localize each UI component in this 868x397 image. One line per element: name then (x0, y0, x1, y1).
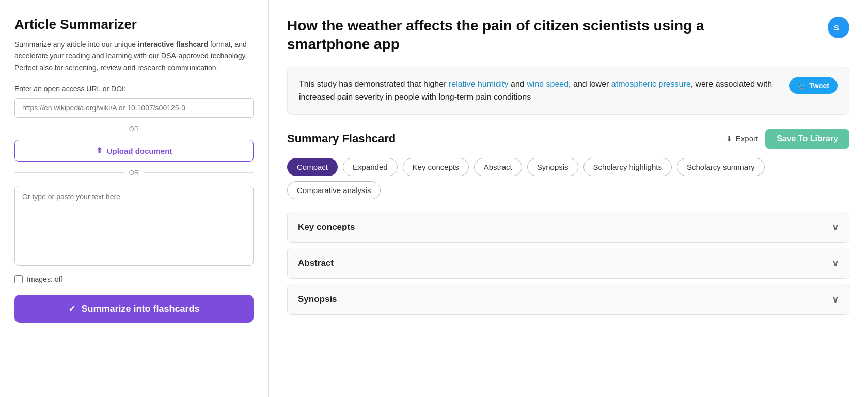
checkmark-icon: ✓ (68, 303, 76, 314)
app-description: Summarize any article into our unique in… (14, 39, 254, 73)
save-library-button[interactable]: Save To Library (765, 129, 849, 149)
accordion-header-key-concepts[interactable]: Key concepts∨ (288, 212, 849, 242)
images-checkbox-row: Images: off (14, 275, 254, 283)
flashcard-title: Summary Flashcard (287, 132, 396, 146)
article-header: How the weather affects the pain of citi… (287, 17, 849, 54)
flashcard-actions: ⬇ Export Save To Library (726, 129, 849, 149)
article-title: How the weather affects the pain of citi… (287, 17, 726, 54)
accordion-header-abstract[interactable]: Abstract∨ (288, 248, 849, 278)
images-checkbox[interactable] (14, 275, 23, 283)
summary-link-humidity[interactable]: relative humidity (449, 80, 509, 88)
app-title: Article Summarizer (14, 17, 254, 33)
tab-compact[interactable]: Compact (287, 158, 338, 176)
export-button[interactable]: ⬇ Export (726, 134, 758, 144)
tab-expanded[interactable]: Expanded (343, 158, 398, 176)
summary-box: This study has demonstrated that higher … (287, 67, 849, 115)
summary-text-between2: , and lower (569, 80, 611, 88)
chevron-down-icon: ∨ (832, 221, 839, 233)
accordion-synopsis: Synopsis∨ (287, 284, 849, 315)
tab-scholarcy-highlights[interactable]: Scholarcy highlights (583, 158, 672, 176)
accordion-label: Abstract (298, 258, 334, 268)
images-label: Images: off (27, 275, 62, 283)
twitter-icon: 🐦 (797, 82, 806, 90)
avatar[interactable]: S_ (828, 17, 849, 38)
tab-scholarcy-summary[interactable]: Scholarcy summary (677, 158, 765, 176)
right-panel: How the weather affects the pain of citi… (269, 0, 868, 397)
tabs-row: CompactExpandedKey conceptsAbstractSynop… (287, 158, 849, 199)
accordion-key-concepts: Key concepts∨ (287, 212, 849, 243)
upload-document-button[interactable]: ⬆ Upload document (14, 140, 254, 162)
tweet-button[interactable]: 🐦 Tweet (789, 77, 838, 94)
summary-text: This study has demonstrated that higher … (299, 77, 781, 104)
accordion-header-synopsis[interactable]: Synopsis∨ (288, 284, 849, 314)
summary-link-wind[interactable]: wind speed (527, 80, 569, 88)
upload-icon: ⬆ (96, 146, 103, 155)
accordion-label: Synopsis (298, 294, 337, 305)
tab-comparative-analysis[interactable]: Comparative analysis (287, 181, 381, 199)
tab-abstract[interactable]: Abstract (474, 158, 522, 176)
accordion-label: Key concepts (298, 222, 355, 232)
summary-text-between1: and (509, 80, 527, 88)
summary-link-pressure[interactable]: atmospheric pressure (611, 80, 691, 88)
url-input[interactable] (14, 98, 254, 118)
description-bold: interactive flashcard (138, 40, 208, 49)
url-label: Enter an open access URL or DOI: (14, 85, 254, 93)
summary-text-before: This study has demonstrated that higher (299, 80, 449, 88)
export-icon: ⬇ (726, 134, 733, 144)
summarize-button[interactable]: ✓ Summarize into flashcards (14, 295, 254, 323)
chevron-down-icon: ∨ (832, 294, 839, 305)
or-divider-1: OR (14, 125, 254, 133)
text-paste-area[interactable] (14, 186, 254, 266)
tab-key-concepts[interactable]: Key concepts (403, 158, 469, 176)
chevron-down-icon: ∨ (832, 258, 839, 269)
flashcard-header: Summary Flashcard ⬇ Export Save To Libra… (287, 129, 849, 149)
left-panel: Article Summarizer Summarize any article… (0, 0, 269, 397)
accordions-container: Key concepts∨Abstract∨Synopsis∨ (287, 212, 849, 315)
accordion-abstract: Abstract∨ (287, 248, 849, 279)
or-divider-2: OR (14, 169, 254, 177)
description-text-before: Summarize any article into our unique (14, 40, 138, 49)
tab-synopsis[interactable]: Synopsis (527, 158, 578, 176)
